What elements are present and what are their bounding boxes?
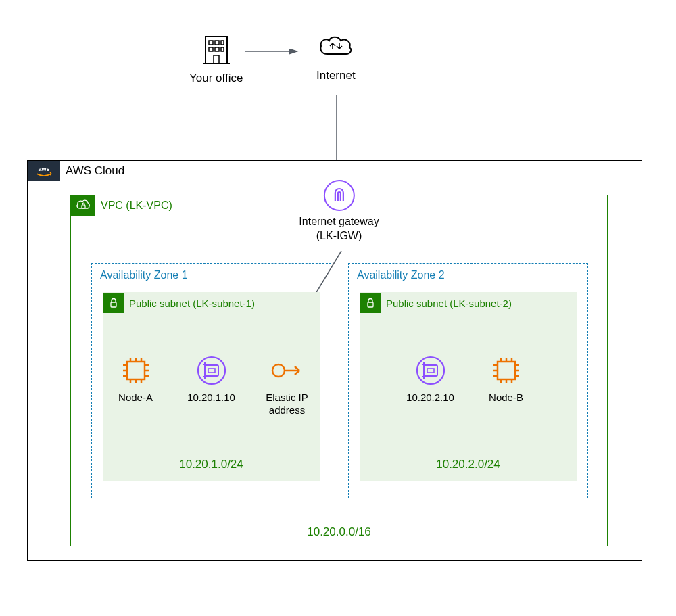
subnet2-label: Public subnet (LK-subnet-2) bbox=[386, 298, 512, 309]
internet-gateway: Internet gateway (LK-IGW) bbox=[299, 180, 379, 243]
subnet1-cidr: 10.20.1.0/24 bbox=[103, 458, 319, 471]
eip-icon bbox=[270, 355, 305, 386]
svg-rect-5 bbox=[215, 47, 219, 51]
instance-node-a: Node-A bbox=[107, 355, 164, 417]
eip-label: Elastic IPaddress bbox=[266, 392, 308, 417]
ec2-icon bbox=[120, 355, 151, 386]
subnet-icon bbox=[103, 293, 124, 313]
svg-rect-6 bbox=[221, 47, 224, 51]
eni-1: 10.20.1.10 bbox=[183, 355, 240, 417]
eni-2: 10.20.2.10 bbox=[402, 355, 459, 404]
subnet-icon bbox=[360, 293, 381, 313]
arrow-office-internet bbox=[243, 46, 304, 57]
internet-icon: Internet bbox=[316, 34, 356, 82]
vpc-container: VPC (LK-VPC) Internet gateway (LK-IGW) bbox=[70, 195, 608, 546]
eni-icon bbox=[415, 355, 446, 386]
subnet2-cidr: 10.20.2.0/24 bbox=[360, 458, 576, 471]
igw-icon bbox=[323, 180, 354, 211]
aws-cloud-label: AWS Cloud bbox=[66, 164, 124, 178]
igw-label: Internet gateway (LK-IGW) bbox=[299, 215, 379, 243]
svg-point-37 bbox=[417, 357, 444, 384]
svg-rect-38 bbox=[424, 365, 437, 376]
svg-rect-7 bbox=[214, 55, 219, 64]
svg-rect-43 bbox=[498, 362, 515, 379]
svg-rect-30 bbox=[208, 369, 215, 373]
az2-label: Availability Zone 2 bbox=[349, 264, 587, 287]
svg-rect-4 bbox=[209, 47, 213, 51]
vpc-cidr: 10.20.0.0/16 bbox=[71, 525, 607, 539]
node-b-label: Node-B bbox=[489, 392, 523, 404]
svg-rect-15 bbox=[127, 362, 145, 379]
svg-point-28 bbox=[198, 357, 225, 384]
svg-rect-1 bbox=[209, 41, 213, 45]
svg-rect-36 bbox=[368, 302, 373, 307]
vpc-label: VPC (LK-VPC) bbox=[101, 199, 172, 212]
aws-logo-icon: aws bbox=[28, 161, 60, 181]
svg-text:aws: aws bbox=[38, 166, 49, 172]
svg-point-34 bbox=[272, 364, 285, 377]
availability-zone-2: Availability Zone 2 Public subnet (LK-su… bbox=[348, 263, 588, 498]
svg-rect-29 bbox=[205, 365, 218, 376]
subnet-2: Public subnet (LK-subnet-2) bbox=[360, 292, 577, 481]
internet-label: Internet bbox=[316, 69, 356, 82]
elastic-ip: Elastic IPaddress bbox=[259, 355, 316, 417]
instance-node-b: Node-B bbox=[478, 355, 535, 404]
office-label: Your office bbox=[189, 72, 243, 85]
svg-rect-2 bbox=[215, 41, 219, 45]
aws-cloud-container: aws AWS Cloud VPC (LK-VPC) bbox=[27, 160, 642, 561]
svg-rect-12 bbox=[82, 205, 85, 208]
subnet-1: Public subnet (LK-subnet-1) bbox=[103, 292, 320, 481]
eni-icon bbox=[196, 355, 227, 386]
vpc-icon bbox=[71, 195, 95, 216]
svg-rect-3 bbox=[221, 41, 224, 45]
svg-rect-14 bbox=[111, 302, 116, 307]
svg-rect-39 bbox=[427, 369, 434, 373]
subnet1-label: Public subnet (LK-subnet-1) bbox=[129, 298, 255, 309]
node-a-label: Node-A bbox=[118, 392, 153, 404]
office-icon: Your office bbox=[189, 34, 243, 85]
availability-zone-1: Availability Zone 1 Public subnet (LK-su… bbox=[91, 263, 331, 498]
eni1-ip: 10.20.1.10 bbox=[187, 392, 235, 404]
eni2-ip: 10.20.2.10 bbox=[406, 392, 454, 404]
ec2-icon bbox=[491, 355, 522, 386]
az1-label: Availability Zone 1 bbox=[92, 264, 331, 287]
